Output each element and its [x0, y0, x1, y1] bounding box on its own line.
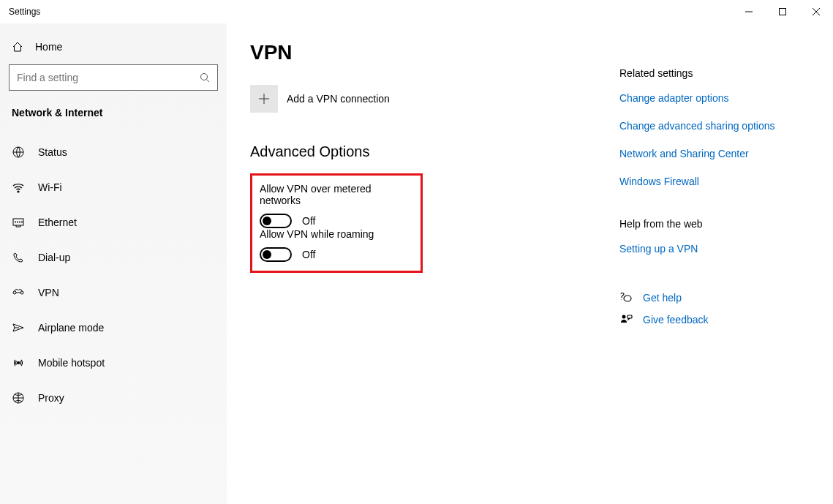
toggle-roaming: Allow VPN while roaming Off — [260, 228, 413, 262]
link-network-sharing-center[interactable]: Network and Sharing Center — [619, 148, 810, 159]
search-box[interactable] — [9, 64, 218, 91]
window-title: Settings — [9, 7, 40, 17]
window-controls — [732, 0, 833, 23]
link-advanced-sharing[interactable]: Change advanced sharing options — [619, 120, 810, 132]
svg-point-10 — [622, 315, 626, 319]
help-from-web-heading: Help from the web — [619, 218, 810, 230]
sidebar-item-proxy[interactable]: Proxy — [9, 380, 218, 415]
content-area: Home Network & Internet Status Wi-Fi — [0, 23, 833, 504]
close-button[interactable] — [799, 0, 833, 23]
toggle-metered: Allow VPN over metered networks Off — [260, 183, 413, 228]
sidebar-item-label: Airplane mode — [38, 322, 104, 334]
svg-point-9 — [624, 296, 631, 301]
add-vpn-label: Add a VPN connection — [287, 93, 390, 105]
main-content: VPN Add a VPN connection Advanced Option… — [250, 41, 576, 504]
toggle-roaming-switch[interactable] — [260, 247, 292, 262]
link-adapter-options[interactable]: Change adapter options — [619, 92, 810, 104]
feedback-icon — [619, 313, 633, 326]
svg-point-5 — [13, 291, 16, 294]
add-vpn-button[interactable]: Add a VPN connection — [250, 85, 576, 113]
svg-rect-0 — [780, 9, 786, 15]
help-icon — [619, 291, 633, 304]
sidebar-item-vpn[interactable]: VPN — [9, 275, 218, 310]
sidebar-item-dialup[interactable]: Dial-up — [9, 240, 218, 275]
minimize-button[interactable] — [732, 0, 766, 23]
advanced-options-heading: Advanced Options — [250, 143, 576, 160]
sidebar-item-label: Proxy — [38, 392, 64, 404]
sidebar-item-label: Mobile hotspot — [38, 357, 105, 369]
wifi-icon — [12, 181, 25, 194]
proxy-icon — [12, 391, 25, 405]
titlebar: Settings — [0, 0, 833, 23]
sidebar: Home Network & Internet Status Wi-Fi — [0, 23, 227, 504]
sidebar-item-status[interactable]: Status — [9, 135, 218, 170]
svg-point-3 — [18, 191, 19, 192]
page-title: VPN — [250, 41, 576, 64]
vpn-icon — [12, 286, 25, 299]
home-icon — [12, 41, 23, 53]
give-feedback-link[interactable]: Give feedback — [619, 313, 810, 326]
toggle-metered-switch[interactable] — [260, 214, 292, 228]
link-setting-up-vpn[interactable]: Setting up a VPN — [619, 243, 810, 255]
category-label: Network & Internet — [9, 107, 218, 119]
ethernet-icon — [12, 216, 25, 229]
sidebar-item-hotspot[interactable]: Mobile hotspot — [9, 345, 218, 380]
sidebar-item-airplane[interactable]: Airplane mode — [9, 310, 218, 345]
toggle-knob — [263, 217, 271, 225]
give-feedback-label: Give feedback — [643, 314, 709, 326]
hotspot-icon — [12, 356, 25, 369]
svg-point-6 — [20, 291, 23, 294]
svg-point-1 — [201, 74, 208, 80]
sidebar-item-label: Wi-Fi — [38, 181, 62, 193]
svg-point-7 — [18, 362, 20, 364]
toggle-knob — [263, 250, 271, 259]
toggle-roaming-label: Allow VPN while roaming — [260, 228, 413, 240]
status-icon — [12, 146, 25, 159]
sidebar-item-ethernet[interactable]: Ethernet — [9, 205, 218, 240]
toggle-metered-state: Off — [302, 215, 315, 227]
maximize-button[interactable] — [766, 0, 799, 23]
link-windows-firewall[interactable]: Windows Firewall — [619, 176, 810, 187]
search-icon — [200, 72, 210, 83]
svg-rect-11 — [627, 315, 632, 318]
main-panel: VPN Add a VPN connection Advanced Option… — [227, 23, 833, 504]
plus-icon — [250, 85, 278, 113]
toggle-roaming-state: Off — [302, 249, 315, 260]
toggle-metered-label: Allow VPN over metered networks — [260, 183, 413, 206]
related-settings-heading: Related settings — [619, 67, 810, 79]
highlighted-region: Allow VPN over metered networks Off Allo… — [250, 173, 423, 273]
home-label: Home — [35, 41, 62, 53]
sidebar-item-wifi[interactable]: Wi-Fi — [9, 170, 218, 205]
dialup-icon — [12, 251, 25, 264]
sidebar-item-label: Ethernet — [38, 217, 77, 228]
airplane-icon — [12, 321, 25, 334]
sidebar-item-label: VPN — [38, 287, 59, 298]
right-panel: Related settings Change adapter options … — [619, 41, 810, 504]
search-input[interactable] — [17, 72, 200, 83]
sidebar-item-label: Status — [38, 146, 67, 158]
home-nav[interactable]: Home — [9, 35, 218, 64]
get-help-link[interactable]: Get help — [619, 291, 810, 304]
sidebar-item-label: Dial-up — [38, 252, 70, 263]
get-help-label: Get help — [643, 292, 682, 304]
